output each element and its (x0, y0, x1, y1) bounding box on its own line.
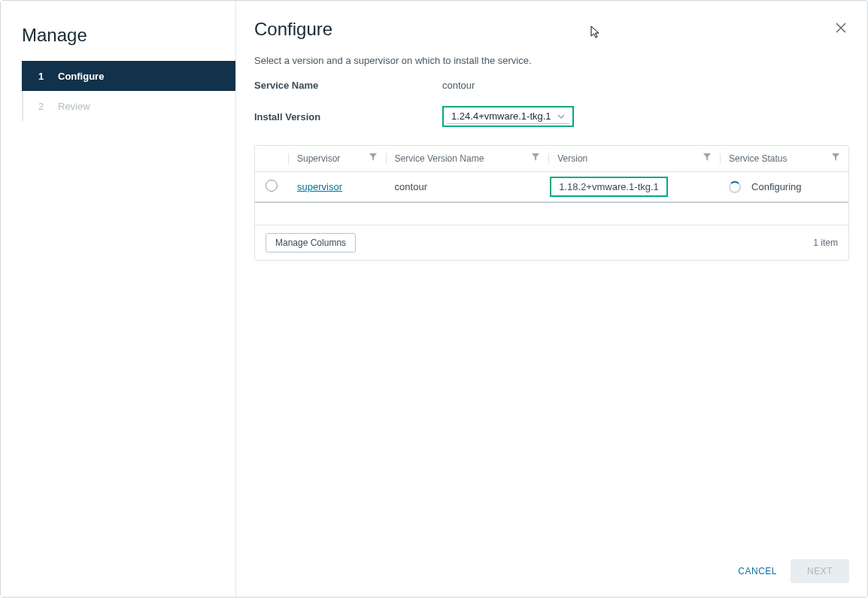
radio-icon[interactable] (266, 180, 278, 192)
service-name-label: Service Name (254, 80, 442, 91)
status-text: Configuring (751, 181, 802, 192)
step-number: 1 (38, 71, 47, 82)
version-highlight: 1.18.2+vmware.1-tkg.1 (550, 177, 668, 197)
col-service-version-name[interactable]: Service Version Name (386, 146, 549, 172)
filter-icon[interactable] (532, 153, 539, 161)
col-svn-label: Service Version Name (395, 153, 484, 164)
main-panel: Configure Select a version and a supervi… (236, 1, 867, 597)
install-version-row: Install Version 1.24.4+vmware.1-tkg.1 (236, 98, 867, 135)
install-version-highlight: 1.24.4+vmware.1-tkg.1 (442, 106, 574, 127)
service-name-row: Service Name contour (236, 72, 867, 98)
install-version-label: Install Version (254, 111, 442, 123)
supervisor-table: Supervisor Service Version Name Version (255, 146, 848, 225)
manage-columns-button[interactable]: Manage Columns (266, 233, 356, 253)
dialog-footer: CANCEL NEXT (236, 546, 867, 597)
step-label: Configure (58, 71, 104, 82)
next-button[interactable]: NEXT (791, 559, 849, 583)
manage-dialog: Manage 1 Configure 2 Review Configure Se… (0, 0, 868, 597)
filter-icon[interactable] (703, 153, 711, 161)
filter-icon[interactable] (369, 153, 377, 161)
main-header: Configure (236, 1, 867, 40)
row-radio-cell[interactable] (255, 172, 288, 203)
sidebar: Manage 1 Configure 2 Review (1, 1, 236, 597)
chevron-down-icon (557, 112, 565, 120)
step-number: 2 (38, 101, 47, 112)
steps-list: 1 Configure 2 Review (22, 61, 235, 121)
spinner-icon (729, 181, 741, 193)
table-row[interactable]: supervisor contour 1.18.2+vmware.1-tkg.1… (255, 172, 848, 203)
col-status-label: Service Status (729, 153, 787, 164)
col-supervisor[interactable]: Supervisor (288, 146, 386, 172)
install-version-select[interactable]: 1.24.4+vmware.1-tkg.1 (447, 109, 569, 124)
row-status-cell: Configuring (720, 172, 848, 203)
row-svn-cell: contour (386, 172, 549, 203)
col-version[interactable]: Version (548, 146, 720, 172)
install-version-value: 1.24.4+vmware.1-tkg.1 (451, 110, 551, 122)
supervisor-link[interactable]: supervisor (297, 181, 342, 192)
close-button[interactable] (833, 19, 849, 38)
supervisor-table-wrap: Supervisor Service Version Name Version (254, 145, 849, 261)
description-text: Select a version and a supervisor on whi… (236, 40, 867, 72)
cancel-button[interactable]: CANCEL (738, 566, 777, 576)
filter-icon[interactable] (832, 153, 839, 161)
row-supervisor-cell: supervisor (288, 172, 386, 203)
col-select (255, 146, 288, 172)
step-label: Review (58, 101, 90, 112)
row-version-cell: 1.18.2+vmware.1-tkg.1 (548, 172, 720, 203)
col-supervisor-label: Supervisor (297, 153, 340, 164)
item-count: 1 item (813, 237, 838, 248)
close-icon (836, 23, 846, 33)
step-configure[interactable]: 1 Configure (22, 61, 235, 91)
service-name-value: contour (442, 80, 475, 91)
table-spacer (255, 202, 848, 225)
step-review[interactable]: 2 Review (23, 91, 235, 121)
col-version-label: Version (557, 153, 587, 164)
col-service-status[interactable]: Service Status (720, 146, 848, 172)
sidebar-title: Manage (1, 19, 235, 61)
table-footer: Manage Columns 1 item (255, 225, 848, 260)
page-title: Configure (254, 19, 332, 40)
